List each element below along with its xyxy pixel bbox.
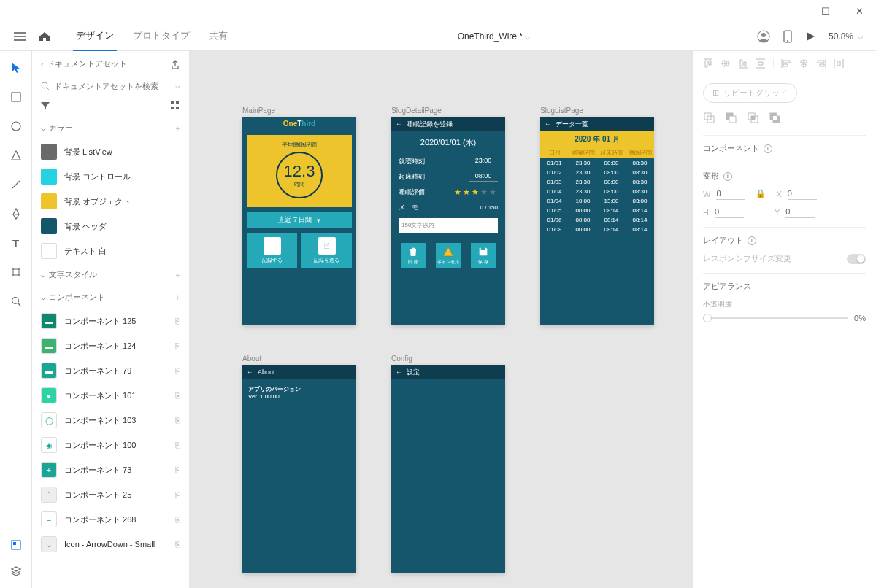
distribute-h-icon[interactable]	[834, 58, 844, 69]
artboard-label[interactable]: Config	[391, 355, 412, 363]
artboard-slogdetail[interactable]: ←睡眠記録を登録 2020/01/01 (水) 就寝時刻23:00 起床時刻08…	[391, 117, 505, 325]
grid-view-icon[interactable]	[170, 101, 180, 111]
color-swatch-row[interactable]: 背景 コントロール	[32, 164, 189, 189]
color-swatch-row[interactable]: 背景 ヘッダ	[32, 214, 189, 239]
back-icon[interactable]: ←	[545, 120, 551, 128]
align-left-icon[interactable]	[781, 58, 791, 69]
zoom-select[interactable]: 50.8%⌵	[829, 31, 863, 42]
layers-panel-icon[interactable]	[11, 566, 21, 576]
align-right-icon[interactable]	[816, 58, 826, 69]
component-row[interactable]: ▬コンポーネント 125⎘	[32, 309, 189, 333]
color-swatch-row[interactable]: 背景 ListView	[32, 139, 189, 164]
assets-back[interactable]: ‹ドキュメントアセット	[41, 58, 127, 69]
align-hcenter-icon[interactable]	[799, 58, 809, 69]
rectangle-tool[interactable]	[9, 90, 23, 104]
table-row[interactable]: 01/0323:3008:0008:30	[540, 177, 654, 187]
artboard-about[interactable]: ←About アプリのバージョン Ver. 1.00.00	[242, 365, 356, 573]
section-text-styles[interactable]: ⌵文字スタイル+	[32, 263, 189, 286]
play-icon[interactable]	[805, 31, 815, 42]
responsive-toggle[interactable]	[847, 254, 866, 264]
minimize-button[interactable]: —	[775, 0, 809, 22]
component-row[interactable]: ⌵Icon - ArrowDown - Small⎘	[32, 532, 189, 557]
color-swatch-row[interactable]: 背景 オブジェクト	[32, 189, 189, 214]
component-row[interactable]: ▬コンポーネント 79⎘	[32, 358, 189, 383]
memo-input[interactable]: 150文字以内	[399, 218, 498, 233]
record-button[interactable]: ✎記録する	[247, 233, 297, 268]
section-components[interactable]: ⌵コンポーネント+	[32, 286, 189, 309]
property-panel: ⊞リピートグリッド コンポーネントi 変形i W0🔒X0 H0🔒Y0 レイアウト…	[692, 51, 876, 588]
pen-tool[interactable]	[9, 207, 23, 220]
boolean-exclude-icon[interactable]	[769, 112, 780, 123]
artboard-config[interactable]: ←設定	[391, 365, 505, 573]
save-button[interactable]: 保 存	[471, 243, 496, 268]
component-row[interactable]: ◉コンポーネント 100⎘	[32, 433, 189, 457]
send-button[interactable]: 📄記録を送る	[301, 233, 352, 268]
tab-prototype[interactable]: プロトタイプ	[130, 22, 193, 51]
width-input[interactable]: 0	[716, 187, 745, 200]
component-row[interactable]: ▬コンポーネント 124⎘	[32, 333, 189, 358]
align-vcenter-icon[interactable]	[721, 58, 731, 69]
back-icon[interactable]: ←	[396, 120, 402, 128]
height-input[interactable]: 0	[715, 206, 744, 218]
maximize-button[interactable]: ☐	[809, 0, 842, 22]
hamburger-icon[interactable]	[10, 27, 29, 46]
zoom-tool[interactable]	[9, 295, 23, 308]
avatar-icon[interactable]	[757, 30, 770, 43]
select-tool[interactable]	[9, 61, 23, 74]
table-row[interactable]: 01/0600:0008:1408:14	[540, 215, 654, 225]
y-input[interactable]: 0	[785, 206, 815, 218]
table-row[interactable]: 01/0223:3008:0008:30	[540, 168, 654, 177]
repeat-grid-button[interactable]: ⊞リピートグリッド	[703, 83, 797, 103]
filter-icon[interactable]	[41, 101, 50, 110]
artboard-label[interactable]: SlogListPage	[540, 107, 583, 115]
artboard-label[interactable]: SlogDetailPage	[391, 107, 442, 115]
close-button[interactable]: ✕	[842, 0, 876, 22]
back-icon[interactable]: ←	[247, 368, 253, 376]
text-tool[interactable]: T	[9, 236, 23, 249]
component-row[interactable]: ⋮コンポーネント 25⎘	[32, 482, 189, 507]
component-row[interactable]: ◯コンポーネント 103⎘	[32, 408, 189, 433]
section-colors[interactable]: ⌵カラー+	[32, 117, 189, 139]
distribute-v-icon[interactable]	[756, 58, 766, 69]
back-icon[interactable]: ←	[396, 368, 402, 376]
home-icon[interactable]	[35, 27, 54, 46]
delete-button[interactable]: 削 除	[401, 243, 426, 268]
table-row[interactable]: 01/0410:0013:0003:00	[540, 196, 654, 206]
assets-search-input[interactable]	[54, 82, 171, 90]
boolean-subtract-icon[interactable]	[725, 112, 737, 123]
publish-icon[interactable]	[170, 59, 180, 69]
tab-share[interactable]: 共有	[206, 22, 231, 51]
component-row[interactable]: +コンポーネント 73⎘	[32, 457, 189, 482]
period-select[interactable]: 直近 7 日間▾	[247, 212, 352, 228]
table-row[interactable]: 01/0123:3008:0008:30	[540, 158, 654, 168]
table-row[interactable]: 01/0423:3008:0008:30	[540, 187, 654, 196]
opacity-slider[interactable]	[703, 317, 848, 319]
component-row[interactable]: ●コンポーネント 101⎘	[32, 383, 189, 408]
table-row[interactable]: 01/0800:0008:1408:14	[540, 225, 654, 234]
boolean-intersect-icon[interactable]	[747, 112, 758, 123]
assets-panel-icon[interactable]	[11, 540, 21, 550]
color-swatch-row[interactable]: テキスト 白	[32, 239, 189, 263]
component-row[interactable]: –コンポーネント 268⎘	[32, 507, 189, 532]
polygon-tool[interactable]	[9, 149, 23, 162]
boolean-add-icon[interactable]	[703, 112, 715, 123]
artboard-label[interactable]: MainPage	[242, 107, 275, 115]
artboard-label[interactable]: About	[242, 355, 261, 363]
artboard-main[interactable]: OneThird 平均睡眠時間 12.3時間 直近 7 日間▾ ✎記録する 📄記…	[242, 117, 356, 325]
align-top-icon[interactable]	[703, 58, 713, 69]
rating-stars[interactable]: ★★★★★	[454, 187, 498, 197]
document-title[interactable]: OneThird_Wire * ⌵	[231, 31, 757, 42]
tab-design[interactable]: デザイン	[73, 22, 117, 51]
ellipse-tool[interactable]	[9, 120, 23, 133]
search-dropdown-icon[interactable]: ⌵	[175, 81, 180, 90]
align-bottom-icon[interactable]	[738, 58, 748, 69]
cancel-button[interactable]: キャンセル	[436, 243, 461, 268]
device-icon[interactable]	[783, 30, 792, 43]
artboard-tool[interactable]	[9, 266, 23, 279]
line-tool[interactable]	[9, 178, 23, 191]
waketime-value[interactable]: 08:00	[469, 172, 498, 182]
artboard-sloglist[interactable]: ←データ一覧 2020 年 01 月 日付就寝時間起床時間睡眠時間 01/012…	[540, 117, 654, 325]
table-row[interactable]: 01/0500:0008:1408:14	[540, 206, 654, 215]
x-input[interactable]: 0	[788, 187, 817, 200]
bedtime-value[interactable]: 23:00	[469, 157, 498, 166]
